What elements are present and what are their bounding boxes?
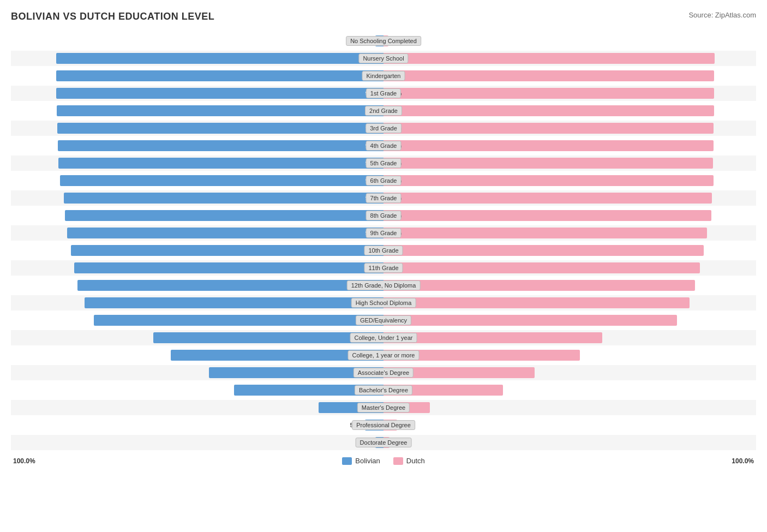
bar-row: 63.5% 58.6% College, 1 year or more xyxy=(11,348,756,363)
bar-row: 89.1% 91.3% High School Diploma xyxy=(11,295,756,310)
bar-label: Nursery School xyxy=(358,53,408,63)
bar-label: High School Diploma xyxy=(351,298,416,308)
bar-label: Bachelor's Degree xyxy=(355,385,412,395)
bar-row: 91.2% 92.9% 12th Grade, No Diploma xyxy=(11,278,756,293)
bar-right xyxy=(384,53,715,64)
bar-left xyxy=(57,123,384,134)
bars-bg: 68.7% 65.3% College, Under 1 year xyxy=(11,330,756,345)
legend-dutch: Dutch xyxy=(393,457,425,465)
bars-bg: 97.1% 98.4% 4th Grade xyxy=(11,138,756,153)
bar-label: 1st Grade xyxy=(366,88,401,98)
bars-bg: 93.2% 95.5% 10th Grade xyxy=(11,243,756,258)
bar-label: College, 1 year or more xyxy=(348,350,420,360)
bar-right xyxy=(384,158,713,169)
bar-left xyxy=(94,315,384,326)
bar-label: No Schooling Completed xyxy=(346,36,421,46)
bar-label: College, Under 1 year xyxy=(350,333,417,343)
bar-label: Kindergarten xyxy=(362,71,405,81)
bar-right xyxy=(384,245,704,256)
bars-bg: 95.4% 97.9% 7th Grade xyxy=(11,190,756,206)
bar-right xyxy=(384,175,714,186)
bar-label: GED/Equivalency xyxy=(356,315,411,325)
bars-bg: 96.5% 98.4% 6th Grade xyxy=(11,173,756,188)
bars-bg: 97.6% 98.6% 1st Grade xyxy=(11,86,756,101)
bar-label: 11th Grade xyxy=(364,263,403,273)
bar-left xyxy=(74,262,384,273)
bar-label: Professional Degree xyxy=(352,420,415,430)
bars-bg: 2.4% 1.4% No Schooling Completed xyxy=(11,33,756,49)
legend-dutch-label: Dutch xyxy=(406,457,425,465)
legend-bolivian-box xyxy=(342,457,352,465)
bar-label: 8th Grade xyxy=(366,211,402,220)
bar-row: 95% 97.7% 8th Grade xyxy=(11,208,756,223)
bars-bg: 94.3% 96.5% 9th Grade xyxy=(11,225,756,241)
bar-row: 96.5% 98.4% 6th Grade xyxy=(11,173,756,188)
bars-bg: 86.4% 87.5% GED/Equivalency xyxy=(11,313,756,328)
bars-bg: 19.3% 13.8% Master's Degree xyxy=(11,400,756,415)
bar-label: Master's Degree xyxy=(357,403,410,413)
bars-bg: 92.2% 94.3% 11th Grade xyxy=(11,260,756,276)
bars-bg: 5.6% 4% Professional Degree xyxy=(11,417,756,433)
bars-bg: 52% 45% Associate's Degree xyxy=(11,365,756,380)
bar-label: 7th Grade xyxy=(366,193,402,203)
bar-row: 97.6% 98.6% Kindergarten xyxy=(11,68,756,83)
bar-left xyxy=(58,140,384,151)
legend-bolivian-label: Bolivian xyxy=(355,457,380,465)
bar-left xyxy=(56,53,384,64)
bar-row: 52% 45% Associate's Degree xyxy=(11,365,756,380)
bar-row: 95.4% 97.9% 7th Grade xyxy=(11,190,756,206)
bars-bg: 97.6% 98.7% Nursery School xyxy=(11,51,756,66)
chart-source: Source: ZipAtlas.com xyxy=(688,11,756,19)
bar-row: 93.2% 95.5% 10th Grade xyxy=(11,243,756,258)
bar-row: 19.3% 13.8% Master's Degree xyxy=(11,400,756,415)
bars-bg: 89.1% 91.3% High School Diploma xyxy=(11,295,756,310)
legend-dutch-box xyxy=(393,457,403,465)
bar-left xyxy=(65,210,384,221)
bar-row: 97.5% 98.6% 2nd Grade xyxy=(11,103,756,118)
bar-left xyxy=(56,70,384,81)
bar-row: 97.3% 98.5% 3rd Grade xyxy=(11,121,756,136)
bar-right xyxy=(384,193,712,204)
bar-label: 3rd Grade xyxy=(365,123,402,133)
bar-label: 2nd Grade xyxy=(365,106,402,116)
bar-label: 4th Grade xyxy=(366,141,402,151)
bar-label: Associate's Degree xyxy=(353,368,414,378)
bar-right xyxy=(384,280,695,291)
bar-left xyxy=(77,280,384,291)
bars-bg: 96.9% 98.3% 5th Grade xyxy=(11,156,756,171)
bar-right xyxy=(384,70,714,81)
bar-left xyxy=(153,332,384,343)
bar-row: 44.6% 35.7% Bachelor's Degree xyxy=(11,382,756,398)
bar-right xyxy=(384,315,677,326)
bar-row: 86.4% 87.5% GED/Equivalency xyxy=(11,313,756,328)
footer-left-value: 100.0% xyxy=(13,457,35,465)
bar-right xyxy=(384,140,714,151)
bars-bg: 44.6% 35.7% Bachelor's Degree xyxy=(11,382,756,398)
bar-right xyxy=(384,262,700,273)
bars-bg: 95% 97.7% 8th Grade xyxy=(11,208,756,223)
bar-left xyxy=(56,88,384,99)
bars-bg: 2.4% 1.8% Doctorate Degree xyxy=(11,435,756,450)
legend: Bolivian Dutch xyxy=(342,457,425,465)
bar-right xyxy=(384,228,707,238)
bar-row: 2.4% 1.4% No Schooling Completed xyxy=(11,33,756,49)
bar-left xyxy=(57,105,384,116)
bar-label: 6th Grade xyxy=(366,176,402,186)
bar-left xyxy=(71,245,384,256)
bars-bg: 97.3% 98.5% 3rd Grade xyxy=(11,121,756,136)
bar-right xyxy=(384,105,714,116)
bar-left xyxy=(67,228,384,238)
bar-row: 94.3% 96.5% 9th Grade xyxy=(11,225,756,241)
legend-bolivian: Bolivian xyxy=(342,457,380,465)
chart-title: BOLIVIAN VS DUTCH EDUCATION LEVEL xyxy=(11,11,214,22)
bar-left xyxy=(85,297,384,308)
bars-bg: 91.2% 92.9% 12th Grade, No Diploma xyxy=(11,278,756,293)
bar-row: 5.6% 4% Professional Degree xyxy=(11,417,756,433)
bar-row: 2.4% 1.8% Doctorate Degree xyxy=(11,435,756,450)
chart-area: 2.4% 1.4% No Schooling Completed 97.6% 9… xyxy=(11,33,756,450)
bar-right xyxy=(384,123,714,134)
bars-bg: 97.6% 98.6% Kindergarten xyxy=(11,68,756,83)
bars-bg: 63.5% 58.6% College, 1 year or more xyxy=(11,348,756,363)
bar-right xyxy=(384,210,711,221)
bar-left xyxy=(58,158,384,169)
